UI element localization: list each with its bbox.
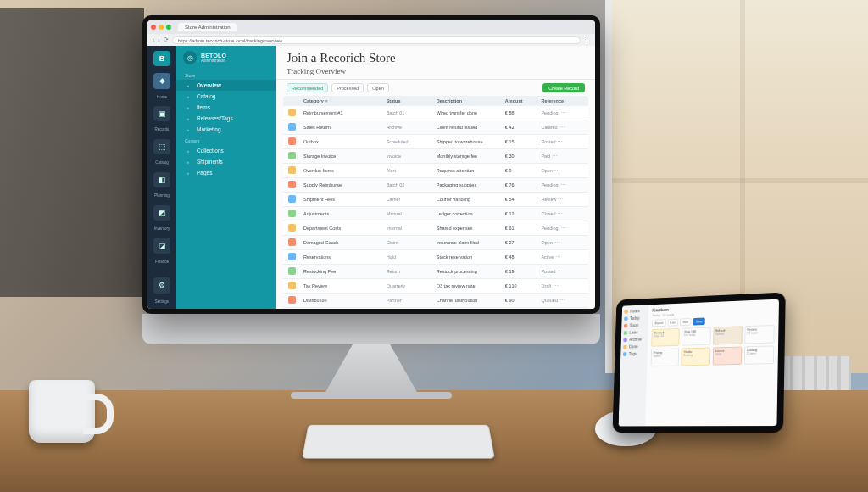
rail-item-1[interactable]: ▣ — [153, 106, 170, 121]
tablet-side-item[interactable]: Notes — [624, 308, 646, 314]
row-more-icon[interactable]: ⋯ — [556, 196, 567, 202]
address-bar[interactable]: https://admin.recorich-store.local/track… — [172, 36, 581, 44]
tablet-view-board[interactable]: Board — [652, 319, 666, 327]
cell-description: Insurance claim filed — [437, 240, 502, 245]
row-more-icon[interactable]: ⋯ — [554, 254, 565, 260]
tablet-new-button[interactable]: New — [693, 317, 705, 325]
tablet-sort[interactable]: Sort — [680, 318, 692, 326]
cell-category: Restocking Fee — [303, 269, 383, 274]
table-row[interactable]: Tax ReviewQuarterlyQ3 tax review note€ 1… — [283, 279, 588, 294]
tablet-card[interactable]: ReviewQ3 report — [744, 325, 775, 344]
table-row[interactable]: Sales ReturnArchiveClient refund issued€… — [283, 120, 588, 135]
sidebar-item-collections[interactable]: › Collections — [176, 145, 276, 156]
cell-description: Shared expenses — [437, 226, 502, 231]
forward-icon[interactable]: › — [158, 37, 159, 43]
cell-status: Return — [387, 269, 433, 274]
rail-item-3[interactable]: ◧ — [153, 172, 170, 187]
sidebar-item-pages[interactable]: › Pages — [176, 167, 276, 178]
table-row[interactable]: Storage InvoiceInvoiceMonthly storage fe… — [283, 149, 588, 164]
table-row[interactable]: DistributionPartnerChannel distribution€… — [283, 294, 588, 308]
row-more-icon[interactable]: ⋯ — [558, 297, 569, 303]
row-more-icon[interactable]: ⋯ — [553, 239, 564, 245]
cell-status: Internal — [387, 226, 433, 231]
row-more-icon[interactable]: ⋯ — [559, 109, 570, 115]
sidebar-item-shipments[interactable]: › Shipments — [176, 156, 276, 167]
table-row[interactable]: OutboxScheduledShipped to warehouse€ 15P… — [283, 135, 588, 149]
create-record-button[interactable]: Create Record — [542, 83, 585, 92]
tablet-card[interactable]: RestockVinyl · 20 — [651, 328, 680, 347]
cell-reference: Cleared ⋯ — [541, 124, 583, 131]
row-more-icon[interactable]: ⋯ — [550, 153, 561, 159]
cell-amount: € 12 — [505, 211, 538, 216]
sidebar-item-releases[interactable]: › Releases/Tags — [176, 113, 276, 124]
sidebar-item-marketing[interactable]: › Marketing — [176, 124, 276, 135]
rail-item-0[interactable]: ◆ — [153, 73, 170, 88]
row-more-icon[interactable]: ⋯ — [551, 282, 562, 288]
tablet-side-item[interactable]: Soon — [624, 322, 646, 328]
rail-settings-icon[interactable]: ⚙ — [153, 277, 170, 293]
table-row[interactable]: Reimbursement #1Batch 01Wired transfer d… — [283, 106, 588, 120]
row-type-icon — [288, 152, 296, 159]
row-more-icon[interactable]: ⋯ — [559, 182, 570, 187]
sidebar-item-overview[interactable]: › Overview — [176, 80, 276, 91]
menu-icon[interactable]: ⋮ — [584, 36, 590, 43]
rail-item-5[interactable]: ◪ — [153, 238, 170, 253]
col-description[interactable]: Description — [437, 98, 502, 103]
row-type-icon — [288, 296, 296, 304]
tablet-card[interactable]: Ship #88Due today — [682, 327, 710, 346]
table-row[interactable]: AdjustmentsManualLedger correction€ 12Cl… — [283, 207, 588, 221]
sidebar-item-catalog[interactable]: › Catalog — [176, 91, 276, 102]
tablet-card[interactable]: StudioBooking — [681, 348, 709, 366]
row-more-icon[interactable]: ⋯ — [559, 225, 570, 231]
close-icon[interactable] — [151, 25, 156, 30]
table-row[interactable]: Supply ReimburseBatch 02Packaging suppli… — [283, 178, 588, 193]
col-reference[interactable]: Reference — [541, 98, 583, 103]
filter-open[interactable]: Open — [367, 83, 388, 92]
row-more-icon[interactable]: ⋯ — [558, 124, 569, 130]
back-icon[interactable]: ‹ — [153, 37, 154, 43]
card-sub: Booking — [683, 354, 707, 357]
sidebar-item-items[interactable]: › Items — [176, 102, 276, 113]
tablet-side-item[interactable]: Today — [624, 316, 646, 321]
table-row[interactable]: Restocking FeeReturnRestock processing€ … — [283, 265, 588, 279]
tablet-side-item[interactable]: Later — [624, 329, 646, 334]
row-more-icon[interactable]: ⋯ — [556, 268, 567, 274]
table-row[interactable]: Damaged GoodsClaimInsurance claim filed€… — [283, 236, 588, 250]
tablet-card[interactable]: RefundClient A — [713, 326, 743, 344]
rail-item-4[interactable]: ◩ — [153, 205, 170, 221]
row-more-icon[interactable]: ⋯ — [556, 210, 567, 216]
col-status[interactable]: Status — [387, 98, 433, 103]
col-amount[interactable]: Amount — [505, 98, 538, 103]
row-more-icon[interactable]: ⋯ — [553, 167, 564, 173]
tablet-side-item[interactable]: Tags — [623, 351, 645, 356]
maximize-icon[interactable] — [166, 25, 171, 30]
cell-status: Scheduled — [387, 139, 433, 144]
cell-category: Damaged Goods — [303, 240, 383, 245]
tablet-side-label: Soon — [630, 322, 638, 327]
cell-amount: € 76 — [505, 182, 538, 187]
tablet-side-label: Done — [629, 344, 638, 349]
tablet-view-list[interactable]: List — [667, 319, 678, 327]
tablet-card[interactable]: PricingUpdate — [651, 349, 680, 367]
rail-item-2[interactable]: ⬚ — [153, 139, 170, 154]
browser-tab[interactable]: Store Administration — [178, 23, 237, 31]
card-sub: Due today — [684, 334, 708, 338]
row-more-icon[interactable]: ⋯ — [556, 138, 567, 144]
filter-processed[interactable]: Processed — [331, 83, 364, 92]
reload-icon[interactable]: ⟳ — [164, 36, 169, 43]
window-controls[interactable] — [151, 25, 171, 30]
tablet-side-item[interactable]: Archive — [623, 337, 645, 342]
brand-icon[interactable]: B — [153, 51, 170, 66]
table-row[interactable]: Department CostsInternalShared expenses€… — [283, 221, 588, 236]
tablet-card[interactable]: Invoice#5521 — [712, 347, 742, 366]
tablet-card[interactable]: Catalog12 items — [744, 345, 775, 364]
table-row[interactable]: ReservationsHoldStock reservation€ 48Act… — [283, 250, 588, 265]
chevron-right-icon: › — [185, 94, 192, 99]
filter-recommended[interactable]: Recommended — [287, 83, 328, 92]
col-category[interactable]: Category▾ — [303, 98, 383, 103]
table-row[interactable]: Shipment FeesCarrierCourier handling€ 54… — [283, 193, 588, 207]
table-row[interactable]: Overdue ItemsAlertRequires attention€ 9O… — [283, 164, 588, 178]
chevron-right-icon: › — [185, 127, 192, 132]
minimize-icon[interactable] — [159, 25, 164, 30]
tablet-side-item[interactable]: Done — [623, 344, 645, 349]
